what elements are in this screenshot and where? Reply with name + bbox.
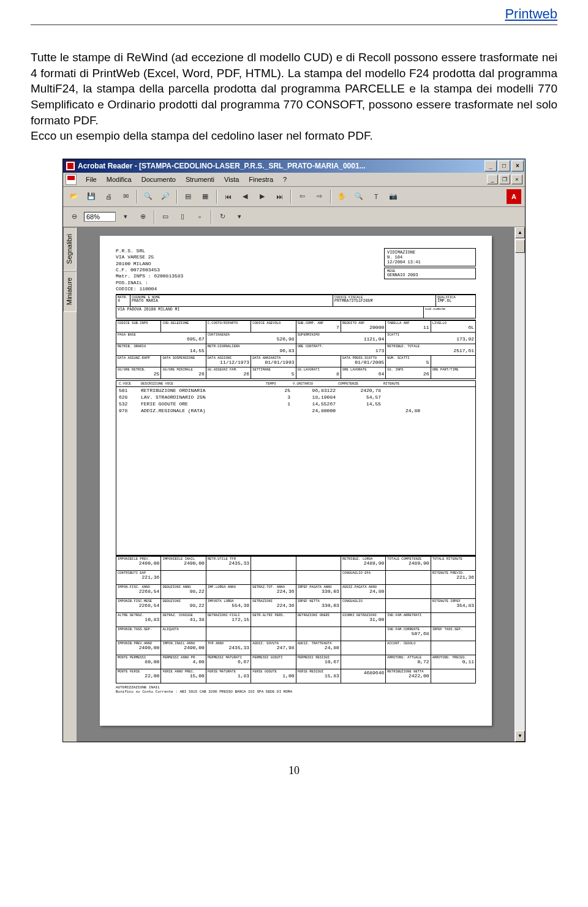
mdi-close-button[interactable]: × bbox=[511, 175, 522, 184]
totals-grid: IMPONIBILE PREV.2490,00IMPONIBILE INAIL2… bbox=[116, 555, 476, 683]
paragraph-2: Ecco un esempio della stampa del cedolin… bbox=[31, 129, 373, 142]
open-icon[interactable]: 📂 bbox=[67, 189, 81, 204]
pdf-doc-icon bbox=[66, 174, 77, 185]
forward-icon[interactable]: ⇨ bbox=[312, 189, 326, 204]
employee-row: MATR.4 COGNOME E NOMEPRATO MARIA CODICE … bbox=[116, 294, 476, 318]
page-header-link: Printweb bbox=[0, 0, 588, 22]
menu-help[interactable]: ? bbox=[279, 175, 291, 184]
menu-modifica[interactable]: Modifica bbox=[102, 175, 136, 184]
window-title: Acrobat Reader - [STAMPA-CEDOLINO-LASER_… bbox=[78, 162, 484, 170]
vidimazione-box: VIDIMAZIONE N. 104 12/2004 13:41 bbox=[384, 248, 476, 266]
first-page-icon[interactable]: ⏮ bbox=[221, 189, 235, 204]
menu-finestra[interactable]: Finestra bbox=[244, 175, 277, 184]
back-icon[interactable]: ⇦ bbox=[295, 189, 309, 204]
voci-section: C.VOCEDESCRIZIONE VOCETEMPOV.UNITARIOCOM… bbox=[116, 380, 476, 555]
toolbar-main: 📂 💾 🖨 ✉ 🔍 🔎 ▤ ▦ ⏮ ◀ ▶ ⏭ ⇦ ⇨ ✋ 🔍 T 📷 A bbox=[63, 187, 525, 207]
menu-strumenti[interactable]: Strumenti bbox=[181, 175, 219, 184]
show-bookmarks-icon[interactable]: ▤ bbox=[181, 189, 195, 204]
mdi-restore-button[interactable]: ❐ bbox=[499, 175, 510, 184]
menu-file[interactable]: File bbox=[81, 175, 101, 184]
work-area: Segnalibri Miniature P.R.S. SRL VIA VARE… bbox=[63, 227, 525, 742]
pdf-page: P.R.S. SRL VIA VARESE 25 20100 MILANO C.… bbox=[100, 236, 492, 726]
prev-page-icon[interactable]: ◀ bbox=[238, 189, 252, 204]
find-next-icon[interactable]: 🔎 bbox=[158, 189, 173, 204]
pdf-app-icon bbox=[66, 161, 75, 171]
print-icon[interactable]: 🖨 bbox=[101, 189, 116, 204]
close-button[interactable]: × bbox=[511, 160, 524, 171]
zoom-in-icon[interactable]: ⊕ bbox=[135, 209, 150, 224]
page-number: 10 bbox=[0, 742, 588, 788]
snapshot-icon[interactable]: 📷 bbox=[386, 189, 401, 204]
paragraph-1: Tutte le stampe di ReWind (ad eccezione … bbox=[31, 51, 557, 127]
rotate-dropdown-icon[interactable]: ▾ bbox=[232, 209, 247, 224]
scroll-down-icon[interactable]: ▼ bbox=[515, 731, 525, 742]
menu-vista[interactable]: Vista bbox=[220, 175, 243, 184]
mdi-minimize-button[interactable]: _ bbox=[487, 175, 498, 184]
scroll-thumb[interactable] bbox=[515, 239, 525, 253]
zoom-combo[interactable]: 68% bbox=[84, 212, 116, 222]
adobe-logo-icon: A bbox=[507, 189, 521, 204]
header-grid: CODICE SUB.INPSCOD.SELEZIONEC.COSTO/RIPA… bbox=[116, 320, 476, 379]
fit-width-icon[interactable]: ▯ bbox=[175, 209, 190, 224]
menu-documento[interactable]: Documento bbox=[137, 175, 180, 184]
company-block: P.R.S. SRL VIA VARESE 25 20100 MILANO C.… bbox=[116, 248, 183, 293]
text-select-icon[interactable]: T bbox=[369, 189, 383, 204]
fit-page-icon[interactable]: ▭ bbox=[158, 209, 173, 224]
menubar: File Modifica Documento Strumenti Vista … bbox=[63, 173, 525, 187]
mese-box: MESE GENNAIO 2003 bbox=[384, 268, 476, 280]
scroll-up-icon[interactable]: ▲ bbox=[515, 227, 525, 238]
rotate-icon[interactable]: ↻ bbox=[215, 209, 230, 224]
actual-size-icon[interactable]: ▫ bbox=[192, 209, 207, 224]
titlebar: Acrobat Reader - [STAMPA-CEDOLINO-LASER_… bbox=[63, 159, 525, 173]
acrobat-window: Acrobat Reader - [STAMPA-CEDOLINO-LASER_… bbox=[62, 159, 526, 742]
next-page-icon[interactable]: ▶ bbox=[255, 189, 270, 204]
zoom-tool-icon[interactable]: 🔍 bbox=[352, 189, 366, 204]
expand-icon[interactable]: ▦ bbox=[198, 189, 213, 204]
save-icon[interactable]: 💾 bbox=[84, 189, 99, 204]
side-tabs: Segnalibri Miniature bbox=[63, 227, 77, 742]
last-page-icon[interactable]: ⏭ bbox=[272, 189, 287, 204]
vertical-scrollbar[interactable]: ▲ ▼ bbox=[514, 227, 525, 742]
zoom-dropdown-icon[interactable]: ▾ bbox=[118, 209, 133, 224]
cedolino-footer: AUTORIZZAZIONE INAIL Bonifico su Conto C… bbox=[116, 685, 476, 694]
tab-miniature[interactable]: Miniature bbox=[63, 271, 77, 312]
header-rule bbox=[31, 24, 557, 25]
zoom-out-icon[interactable]: ⊖ bbox=[67, 209, 81, 224]
hand-tool-icon[interactable]: ✋ bbox=[334, 189, 349, 204]
find-icon[interactable]: 🔍 bbox=[141, 189, 156, 204]
body-paragraphs: Tutte le stampe di ReWind (ad eccezione … bbox=[31, 50, 557, 144]
minimize-button[interactable]: _ bbox=[484, 160, 497, 171]
maximize-button[interactable]: □ bbox=[498, 160, 510, 171]
tab-segnalibri[interactable]: Segnalibri bbox=[63, 227, 77, 271]
document-viewport[interactable]: P.R.S. SRL VIA VARESE 25 20100 MILANO C.… bbox=[77, 227, 514, 742]
toolbar-zoom: ⊖ 68% ▾ ⊕ ▭ ▯ ▫ ↻ ▾ bbox=[63, 207, 525, 227]
mail-icon[interactable]: ✉ bbox=[118, 189, 133, 204]
